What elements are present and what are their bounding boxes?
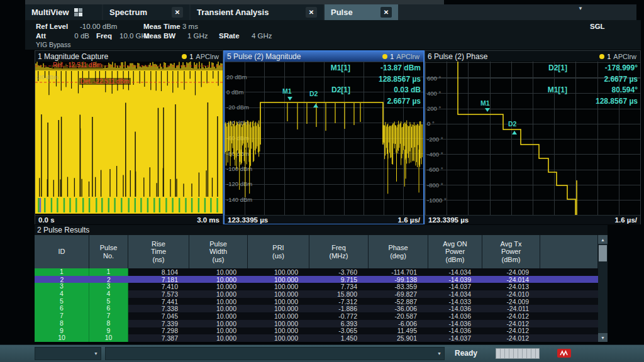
scroll-down-icon[interactable]: ▼ — [598, 333, 608, 342]
table-cell: -24.012 — [482, 327, 540, 334]
table-cell: -14.036 — [428, 320, 482, 327]
column-header: Phase (deg) — [369, 235, 428, 268]
x-scale-label: 1.6 µs/ — [398, 216, 420, 224]
tab-spectrum[interactable]: Spectrum ✕ — [103, 4, 189, 20]
att-value[interactable]: 0 dB — [57, 32, 89, 40]
marker-d2-icon[interactable] — [512, 131, 517, 134]
table-cell: -14.037 — [428, 283, 482, 290]
dropdown-arrow-icon: ▼ — [437, 351, 441, 356]
table-cell: 4 — [35, 290, 89, 298]
table-row[interactable]: 118.10410.000100.000-3.760-114.701-14.03… — [35, 268, 598, 276]
att-label: Att — [36, 32, 46, 40]
table-row[interactable]: 557.44110.000100.000-7.312-52.887-14.033… — [35, 298, 598, 305]
table-cell: -24.012 — [482, 320, 540, 327]
marker-name: D2[1] — [528, 63, 567, 72]
table-cell: -83.359 — [369, 283, 428, 290]
table-row[interactable]: 337.41010.000100.0007.734-83.359-14.037-… — [35, 283, 598, 290]
progress-indicator — [496, 348, 540, 359]
table-row[interactable]: 997.29810.000100.000-3.06511.495-14.036-… — [35, 327, 598, 335]
table-cell: 8 — [35, 320, 89, 327]
close-icon[interactable]: ✕ — [380, 7, 392, 18]
table-row[interactable]: 10107.38710.000100.0001.45025.901-14.037… — [35, 334, 598, 342]
table-cell: 7.181 — [128, 276, 189, 283]
table-cell: 10.000 — [189, 283, 248, 290]
table-cell: -52.887 — [369, 298, 428, 305]
table-row[interactable]: 227.18110.000100.0009.715-99.138-14.039-… — [35, 276, 598, 283]
meas-time-value[interactable]: 3 ms — [182, 23, 198, 30]
ref-level-value[interactable]: -10.00 dBm — [80, 23, 117, 30]
meas-bw-value[interactable]: 1 GHz — [187, 32, 208, 40]
close-icon[interactable]: ✕ — [172, 7, 183, 18]
table-cell: 6.393 — [309, 320, 369, 327]
column-header: PRI (us) — [248, 235, 309, 268]
column-header — [540, 235, 598, 268]
table-cell: -69.827 — [369, 290, 428, 298]
window-titlebar[interactable]: 5 Pulse (2) Magnitude 1 APClrw — [225, 52, 423, 62]
table-body: 118.10410.000100.000-3.760-114.701-14.03… — [35, 268, 598, 342]
status-dropdown-left[interactable]: ▼ — [35, 347, 101, 360]
table-cell: 5 — [35, 298, 89, 305]
detection-line-label: Det. -22.511 dBm — [79, 78, 131, 85]
trace-dot-icon — [182, 54, 187, 59]
status-alert-icon — [557, 349, 571, 358]
marker-d2-label: D2 — [508, 120, 516, 128]
table-cell: -24.010 — [482, 290, 540, 298]
capture-plot-area[interactable]: -20 dBm Ref. -12.511 dBm Det. -22.511 dB… — [35, 62, 223, 215]
x-axis-bar: 0.0 s 3.0 ms — [35, 215, 223, 224]
x-scale-label: 1.6 µs/ — [615, 216, 637, 224]
x-end-label: 3.0 ms — [197, 216, 219, 224]
marker-m1-icon[interactable] — [485, 108, 490, 112]
tab-overflow-dropdown-icon[interactable]: ▼ — [574, 3, 587, 13]
tab-transient-analysis[interactable]: Transient Analysis ✕ — [191, 4, 323, 20]
table-cell: -14.036 — [428, 327, 482, 334]
table-cell: 10.000 — [189, 327, 248, 334]
table-cell: 10.000 — [189, 320, 248, 327]
tab-pulse[interactable]: Pulse ✕ — [325, 4, 398, 20]
marker-m1-label: M1 — [480, 99, 490, 107]
status-message-dropdown[interactable]: ▼ — [105, 347, 445, 360]
marker-m1-label: M1 — [282, 87, 292, 95]
table-cell: 100.000 — [248, 305, 309, 312]
table-cell: 7.410 — [128, 283, 189, 290]
srate-value[interactable]: 4 GHz — [252, 32, 272, 40]
marker-name: M1[1] — [311, 63, 350, 72]
single-sweep-indicator: SGL — [590, 23, 605, 30]
table-row[interactable]: 447.57310.000100.00015.800-69.827-14.034… — [35, 290, 598, 298]
window-titlebar[interactable]: 1 Magnitude Capture 1 APClrw — [35, 51, 223, 62]
column-header: Avg ON Power (dBm) — [428, 235, 482, 268]
trace-detector: APClrw — [196, 53, 219, 60]
window-title: 6 Pulse (2) Phase — [428, 52, 487, 61]
scrollbar-thumb[interactable] — [599, 245, 607, 261]
table-cell: 15.800 — [309, 290, 369, 298]
phase-plot-area[interactable]: 600 °400 °200 °0 °-200 °-400 °-600 °-800… — [425, 62, 640, 215]
table-cell: 2 — [35, 276, 89, 283]
tab-multiview[interactable]: MultiView — [25, 4, 102, 20]
close-icon[interactable]: ✕ — [306, 7, 317, 18]
table-row[interactable]: 887.33910.000100.0006.393-6.006-14.036-2… — [35, 320, 598, 327]
window-titlebar[interactable]: 6 Pulse (2) Phase 1 APClrw — [425, 51, 640, 62]
table-cell: 7.734 — [309, 283, 369, 290]
table-cell: 11.495 — [369, 327, 428, 334]
table-row[interactable]: 777.04510.000100.000-0.772-20.587-14.036… — [35, 312, 598, 320]
freq-label: Freq — [96, 32, 112, 40]
scroll-up-icon[interactable]: ▲ — [598, 235, 608, 244]
table-cell: 10.000 — [189, 298, 248, 305]
table-scrollbar[interactable]: ▲ ▼ — [598, 235, 608, 342]
table-title: 2 Pulse Results — [35, 225, 608, 235]
x-axis-bar: 123.3395 µs 1.6 µs/ — [425, 215, 640, 224]
marker-name: D2[1] — [311, 85, 350, 94]
trace-number: 1 — [607, 53, 611, 60]
marker-m1-icon[interactable] — [287, 97, 292, 101]
table-cell: 8 — [89, 320, 128, 327]
table-cell: 100.000 — [248, 290, 309, 298]
column-header: Avg Tx Power (dBm) — [482, 235, 540, 268]
table-row[interactable]: 667.33810.000100.000-1.886-36.006-14.036… — [35, 305, 598, 312]
magnitude-plot-area[interactable]: 20 dBm0 dBm-20 dBm-40 dBm-60 dBm-80 dBm-… — [225, 62, 423, 215]
window-magnitude-capture: 1 Magnitude Capture 1 APClrw -20 dBm Ref… — [35, 50, 223, 224]
marker-name: M1[1] — [528, 85, 567, 94]
table-cell: 100.000 — [248, 283, 309, 290]
tab-label: Spectrum — [109, 8, 147, 17]
trace-detector: APClrw — [613, 53, 636, 60]
marker-value: 80.594° — [567, 85, 638, 94]
table-cell: -6.006 — [369, 320, 428, 327]
